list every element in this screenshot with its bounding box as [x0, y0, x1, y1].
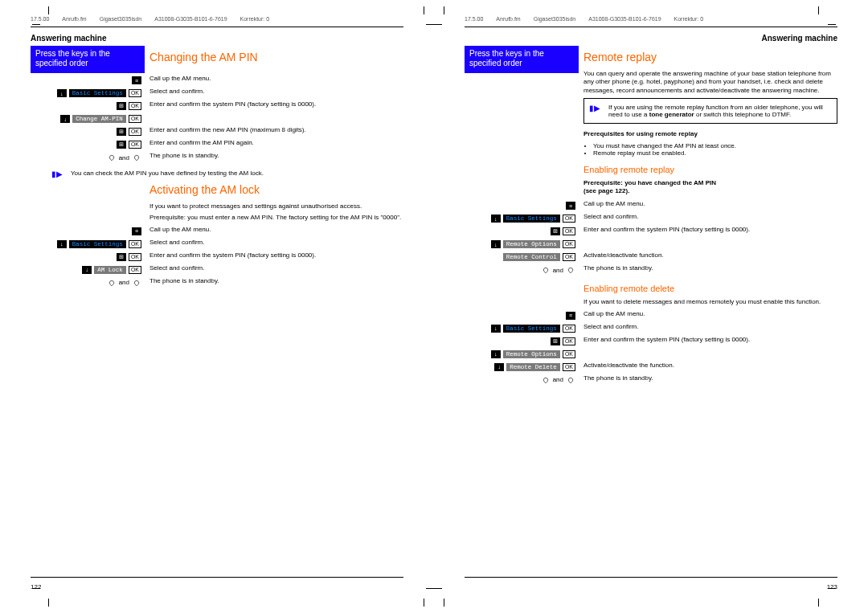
- ok-button: OK: [563, 337, 575, 345]
- keypad-icon: ⊞: [117, 128, 126, 136]
- keypad-icon: ⊞: [117, 253, 126, 261]
- down-icon: [491, 240, 501, 248]
- handset-icon: [108, 280, 114, 286]
- para: Prerequisite: you must enter a new AM PI…: [149, 214, 403, 222]
- heading-remote-replay: Remote replay: [583, 51, 837, 63]
- menu-icon: ≡: [566, 312, 575, 320]
- para: If you want to delete messages and memos…: [583, 298, 837, 306]
- meta-date: 17.5.00: [31, 16, 49, 22]
- menu-basic: Basic Settings: [503, 325, 560, 333]
- section-title: Answering machine: [31, 34, 403, 43]
- list-item: Remote replay must be enabled.: [593, 149, 837, 157]
- step-text: Select and confirm.: [145, 264, 403, 276]
- step-text: Select and confirm.: [145, 239, 403, 250]
- meta-model: Gigaset3035isdn: [100, 16, 142, 22]
- menu-basic: Basic Settings: [503, 215, 560, 223]
- down-icon: [57, 89, 67, 97]
- step-text: Call up the AM menu.: [145, 75, 403, 86]
- step-text: The phone is in standby.: [145, 277, 403, 288]
- section-title: Answering machine: [465, 34, 837, 43]
- keypad-icon: ⊞: [551, 337, 560, 345]
- heading-enable-delete: Enabling remote delete: [583, 284, 837, 293]
- menu-icon: ≡: [132, 76, 141, 84]
- menu-remote-options: Remote Options: [503, 350, 560, 358]
- key-order-box: Press the keys in the specified order: [465, 46, 579, 73]
- menu-basic: Basic Settings: [69, 89, 126, 97]
- and-text: and: [119, 154, 129, 161]
- down-icon: [82, 266, 92, 274]
- meta-code: A31008-G3035-B101-6-7619: [154, 16, 227, 22]
- page-number: 123: [827, 583, 837, 591]
- ok-button: OK: [563, 325, 575, 333]
- header-meta: 17.5.00 Anrufb.fm Gigaset3035isdn A31008…: [31, 16, 403, 27]
- step-text: Select and confirm.: [145, 88, 403, 99]
- ok-button: OK: [563, 350, 575, 358]
- keypad-icon: ⊞: [551, 227, 560, 235]
- step-text: Enter and confirm the system PIN (factor…: [579, 336, 837, 347]
- step-text: [579, 349, 837, 360]
- para: If you want to protect messages and sett…: [149, 202, 403, 210]
- down-icon: [60, 115, 70, 123]
- heading-enable-replay: Enabling remote replay: [583, 165, 837, 174]
- handset-icon: [133, 280, 140, 286]
- down-icon: [491, 350, 501, 358]
- menu-remote-control: Remote Control: [503, 253, 560, 261]
- handset-icon: [133, 154, 140, 161]
- para: You can query and operate the answering …: [583, 70, 837, 95]
- page-left: 17.5.00 Anrufb.fm Gigaset3035isdn A31008…: [0, 0, 434, 613]
- note-text-bold: tone generator: [649, 111, 694, 118]
- ok-button: OK: [129, 115, 141, 123]
- handset-icon: [542, 376, 548, 382]
- ok-button: OK: [129, 240, 141, 248]
- menu-remote-options: Remote Options: [503, 240, 560, 248]
- and-text: and: [119, 279, 129, 286]
- handset-icon: [567, 267, 574, 273]
- step-text: Enter and confirm the system PIN (factor…: [579, 226, 837, 237]
- step-text: Activate/deactivate the function.: [579, 362, 837, 373]
- note-arrow-icon: ▮▶: [51, 170, 63, 178]
- menu-icon: ≡: [566, 202, 575, 210]
- list-item: You must have changed the AM PIN at leas…: [593, 142, 837, 149]
- menu-am-lock: AM Lock: [94, 266, 126, 274]
- step-text: Enter and confirm the AM PIN again.: [145, 139, 403, 150]
- meta-code: A31008-G3035-B101-6-7619: [588, 16, 661, 22]
- down-icon: [491, 325, 501, 333]
- prereq-heading: Prerequisites for using remote replay: [583, 130, 837, 138]
- meta-file: Anrufb.fm: [496, 16, 520, 22]
- page-spread: 17.5.00 Anrufb.fm Gigaset3035isdn A31008…: [0, 0, 868, 613]
- note-arrow-icon: ▮▶: [589, 104, 600, 112]
- and-text: and: [553, 376, 563, 383]
- step-text: The phone is in standby.: [145, 152, 403, 163]
- down-icon: [491, 215, 501, 223]
- ok-button: OK: [129, 102, 141, 110]
- step-text: The phone is in standby.: [579, 374, 837, 386]
- heading-am-lock: Activating the AM lock: [149, 183, 403, 196]
- handset-icon: [567, 376, 574, 382]
- menu-remote-delete: Remote Delete: [506, 363, 560, 371]
- down-icon: [57, 240, 67, 248]
- ok-button: OK: [129, 141, 141, 149]
- step-text: Enter and confirm the new AM PIN (maximu…: [145, 126, 403, 137]
- and-text: and: [553, 267, 563, 274]
- step-text: Enter and confirm the system PIN (factor…: [145, 251, 403, 263]
- keypad-icon: ⊞: [117, 141, 126, 149]
- down-icon: [494, 363, 504, 371]
- ok-button: OK: [129, 266, 141, 274]
- ok-button: OK: [563, 227, 575, 235]
- step-text: Enter and confirm the system PIN (factor…: [145, 100, 403, 112]
- ok-button: OK: [563, 215, 575, 223]
- header-meta: 17.5.00 Anrufb.fm Gigaset3035isdn A31008…: [465, 16, 837, 27]
- prereq-line: Prerequisite: you have changed the AM PI…: [583, 179, 837, 196]
- step-text: Call up the AM menu.: [145, 226, 403, 237]
- keypad-icon: ⊞: [117, 102, 126, 110]
- heading-change-pin: Changing the AM PIN: [149, 51, 403, 63]
- meta-korr: Korrektur: 0: [674, 16, 704, 22]
- ok-button: OK: [129, 89, 141, 97]
- note-text: or switch this telephone to DTMF.: [694, 111, 792, 118]
- ok-button: OK: [563, 253, 575, 261]
- meta-korr: Korrektur: 0: [240, 16, 270, 22]
- ok-button: OK: [563, 240, 575, 248]
- step-text: The phone is in standby.: [579, 264, 837, 276]
- handset-icon: [108, 154, 114, 161]
- menu-icon: ≡: [132, 227, 141, 235]
